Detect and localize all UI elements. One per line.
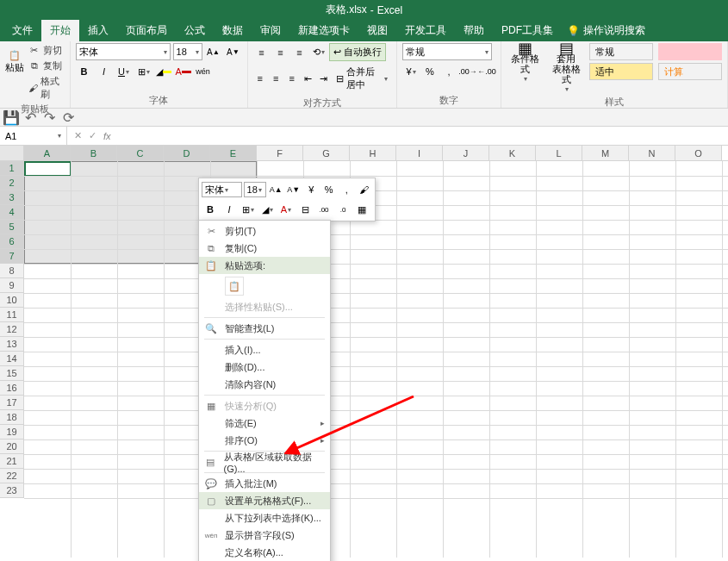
row-header[interactable]: 1 [0, 161, 24, 176]
menu-cut[interactable]: ✂剪切(T) [199, 222, 330, 240]
percent-button[interactable]: % [421, 63, 439, 80]
style-normal[interactable]: 常规 [589, 43, 653, 60]
row-header[interactable]: 23 [0, 483, 24, 498]
repeat-icon[interactable]: ⟳ [62, 111, 74, 123]
mini-italic[interactable]: I [221, 201, 238, 218]
menu-smart-lookup[interactable]: 🔍智能查找(L) [199, 320, 330, 337]
tab-view[interactable]: 视图 [358, 20, 396, 41]
tab-newtab[interactable]: 新建选项卡 [289, 20, 358, 41]
font-size-combo[interactable]: 18▾ [173, 43, 202, 60]
row-header[interactable]: 3 [0, 190, 24, 205]
select-all-corner[interactable] [0, 146, 24, 160]
style-good[interactable]: 适中 [589, 63, 653, 80]
mini-cond-format[interactable]: ▦ [353, 201, 370, 218]
fx-icon[interactable]: fx [103, 131, 111, 141]
menu-get-from-table[interactable]: ▤从表格/区域获取数据(G)... [199, 453, 330, 471]
mini-increase-font[interactable]: A▲ [268, 181, 284, 198]
style-calc[interactable]: 计算 [658, 63, 722, 80]
mini-accounting[interactable]: ¥ [303, 181, 320, 198]
row-header[interactable]: 12 [0, 322, 24, 337]
column-header[interactable]: G [303, 146, 350, 160]
mini-painter[interactable]: 🖌 [356, 181, 372, 198]
menu-insert-comment[interactable]: 💬插入批注(M) [199, 475, 330, 492]
menu-copy[interactable]: ⧉复制(C) [199, 240, 330, 257]
copy-button[interactable]: ⧉复制 [27, 59, 65, 73]
align-right-button[interactable]: ≡ [284, 70, 298, 87]
mini-inc-decimal[interactable]: .00 [315, 201, 333, 218]
column-header[interactable]: L [536, 146, 582, 160]
paste-button[interactable]: 📋 粘贴 [5, 43, 25, 81]
column-header[interactable]: B [71, 146, 117, 160]
redo-icon[interactable]: ↷ [43, 111, 55, 123]
tab-review[interactable]: 审阅 [252, 20, 289, 41]
row-header[interactable]: 14 [0, 352, 24, 366]
format-painter-button[interactable]: 🖌格式刷 [27, 74, 65, 102]
row-header[interactable]: 15 [0, 366, 24, 381]
menu-clear[interactable]: 清除内容(N) [199, 376, 330, 393]
row-header[interactable]: 13 [0, 337, 24, 352]
row-header[interactable]: 4 [0, 205, 24, 220]
comma-button[interactable]: , [440, 63, 457, 80]
border-button[interactable]: ⊞▾ [135, 63, 152, 80]
bold-button[interactable]: B [76, 63, 93, 80]
tab-help[interactable]: 帮助 [455, 20, 493, 41]
menu-show-phonetic[interactable]: wén显示拼音字段(S) [199, 527, 330, 544]
undo-icon[interactable]: ↶ [24, 111, 36, 123]
underline-button[interactable]: U▾ [115, 63, 133, 80]
accounting-button[interactable]: ¥▾ [402, 63, 420, 80]
tab-dev[interactable]: 开发工具 [396, 20, 455, 41]
row-header[interactable]: 19 [0, 425, 24, 439]
merge-center-button[interactable]: ⊟合并后居中▾ [333, 64, 391, 93]
menu-insert[interactable]: 插入(I)... [199, 341, 330, 358]
decrease-font-button[interactable]: A▼ [225, 43, 242, 60]
column-header[interactable]: N [629, 146, 675, 160]
row-header[interactable]: 16 [0, 381, 24, 396]
indent-increase-button[interactable]: ⇥ [316, 70, 330, 87]
column-header[interactable]: F [257, 146, 303, 160]
enter-icon[interactable]: ✓ [89, 130, 96, 141]
cell-styles-gallery[interactable]: 常规 适中 [589, 43, 653, 80]
tab-file[interactable]: 文件 [3, 20, 41, 41]
align-center-button[interactable]: ≡ [269, 70, 283, 87]
column-header[interactable]: M [582, 146, 629, 160]
increase-font-button[interactable]: A▲ [205, 43, 222, 60]
italic-button[interactable]: I [96, 63, 113, 80]
mini-fill-color[interactable]: ◢▾ [258, 201, 276, 218]
column-header[interactable]: K [489, 146, 536, 160]
align-bottom-button[interactable]: ≡ [291, 44, 308, 61]
cells-area[interactable] [24, 161, 728, 558]
row-header[interactable]: 10 [0, 293, 24, 308]
mini-border[interactable]: ⊞▾ [240, 201, 257, 218]
wrap-text-button[interactable]: ↩自动换行 [329, 43, 386, 61]
mini-percent[interactable]: % [320, 181, 337, 198]
column-header[interactable]: H [350, 146, 396, 160]
column-header[interactable]: J [443, 146, 489, 160]
column-header[interactable]: E [210, 146, 257, 160]
column-header[interactable]: A [24, 146, 71, 160]
style-bad[interactable] [658, 43, 722, 60]
row-header[interactable]: 9 [0, 278, 24, 293]
tell-me-search[interactable]: 💡 操作说明搜索 [567, 20, 645, 41]
formula-input[interactable] [118, 127, 728, 145]
mini-dec-decimal[interactable]: .0 [334, 201, 352, 218]
row-header[interactable]: 7 [0, 249, 24, 264]
phonetic-button[interactable]: wén [195, 63, 212, 80]
menu-delete[interactable]: 删除(D)... [199, 358, 330, 376]
cancel-icon[interactable]: ✕ [74, 130, 82, 141]
row-header[interactable]: 21 [0, 454, 24, 469]
menu-pick-from-list[interactable]: 从下拉列表中选择(K)... [199, 509, 330, 527]
menu-format-cells[interactable]: ▢设置单元格格式(F)... [199, 492, 330, 509]
mini-font-color[interactable]: A▾ [277, 201, 295, 218]
tab-formulas[interactable]: 公式 [176, 20, 214, 41]
column-header[interactable]: I [396, 146, 443, 160]
cut-button[interactable]: ✂剪切 [27, 43, 65, 58]
tab-pdf[interactable]: PDF工具集 [493, 20, 562, 41]
row-header[interactable]: 8 [0, 264, 24, 278]
conditional-formatting-button[interactable]: ▦ 条件格式▾ [507, 43, 543, 84]
orientation-button[interactable]: ⟲▾ [310, 44, 327, 61]
row-header[interactable]: 17 [0, 396, 24, 410]
align-middle-button[interactable]: ≡ [272, 44, 289, 61]
save-icon[interactable]: 💾 [5, 111, 17, 123]
align-top-button[interactable]: ≡ [253, 44, 271, 61]
font-color-button[interactable]: A [175, 63, 192, 80]
